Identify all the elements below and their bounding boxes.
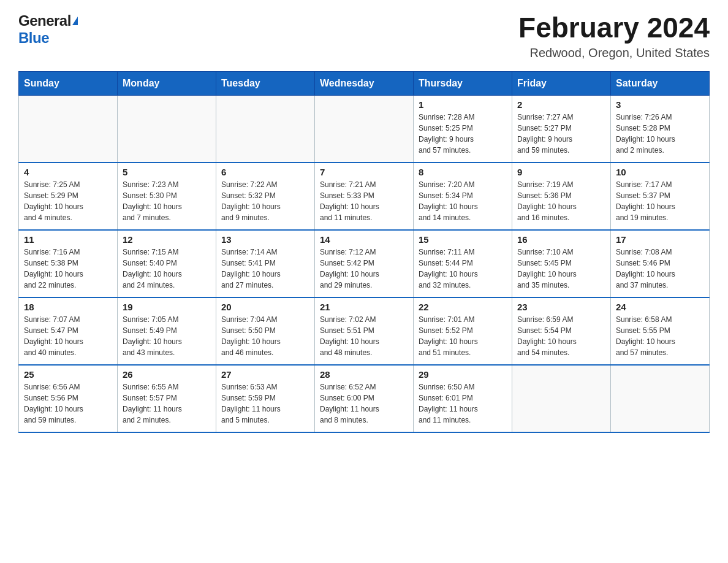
- day-info: Sunrise: 7:04 AMSunset: 5:50 PMDaylight:…: [221, 314, 309, 358]
- day-info: Sunrise: 7:25 AMSunset: 5:29 PMDaylight:…: [24, 179, 112, 223]
- calendar-cell: 17Sunrise: 7:08 AMSunset: 5:46 PMDayligh…: [611, 230, 710, 297]
- day-info: Sunrise: 7:23 AMSunset: 5:30 PMDaylight:…: [123, 179, 211, 223]
- calendar-cell: 15Sunrise: 7:11 AMSunset: 5:44 PMDayligh…: [414, 230, 512, 297]
- title-block: February 2024 Redwood, Oregon, United St…: [518, 12, 710, 60]
- header-day-tuesday: Tuesday: [216, 71, 315, 95]
- logo: General Blue: [18, 12, 78, 47]
- calendar-cell: 24Sunrise: 6:58 AMSunset: 5:55 PMDayligh…: [611, 297, 710, 365]
- day-info: Sunrise: 7:11 AMSunset: 5:44 PMDaylight:…: [419, 247, 507, 291]
- day-number: 20: [221, 302, 309, 312]
- header-day-wednesday: Wednesday: [315, 71, 414, 95]
- calendar-cell: [19, 95, 118, 163]
- calendar-cell: [611, 365, 710, 432]
- day-info: Sunrise: 7:16 AMSunset: 5:38 PMDaylight:…: [24, 247, 112, 291]
- day-number: 28: [320, 369, 408, 380]
- calendar-table: SundayMondayTuesdayWednesdayThursdayFrid…: [18, 71, 710, 434]
- logo-triangle-icon: [72, 17, 78, 25]
- day-info: Sunrise: 7:26 AMSunset: 5:28 PMDaylight:…: [616, 112, 704, 156]
- calendar-cell: [512, 365, 611, 432]
- day-info: Sunrise: 7:22 AMSunset: 5:32 PMDaylight:…: [221, 179, 309, 223]
- day-info: Sunrise: 6:50 AMSunset: 6:01 PMDaylight:…: [419, 381, 507, 426]
- day-number: 26: [123, 369, 211, 380]
- calendar-cell: 28Sunrise: 6:52 AMSunset: 6:00 PMDayligh…: [315, 365, 414, 432]
- day-number: 17: [616, 234, 704, 245]
- calendar-cell: 13Sunrise: 7:14 AMSunset: 5:41 PMDayligh…: [216, 230, 315, 297]
- header-day-saturday: Saturday: [611, 71, 710, 95]
- day-number: 15: [419, 234, 507, 245]
- calendar-week-5: 25Sunrise: 6:56 AMSunset: 5:56 PMDayligh…: [19, 365, 710, 432]
- calendar-header-row: SundayMondayTuesdayWednesdayThursdayFrid…: [19, 71, 710, 95]
- calendar-week-3: 11Sunrise: 7:16 AMSunset: 5:38 PMDayligh…: [19, 230, 710, 297]
- day-number: 14: [320, 234, 408, 245]
- day-number: 2: [517, 99, 605, 110]
- day-number: 22: [419, 302, 507, 312]
- day-number: 13: [221, 234, 309, 245]
- day-number: 25: [24, 369, 112, 380]
- header-day-sunday: Sunday: [19, 71, 118, 95]
- calendar-cell: 19Sunrise: 7:05 AMSunset: 5:49 PMDayligh…: [118, 297, 216, 365]
- calendar-cell: [216, 95, 315, 163]
- day-info: Sunrise: 7:08 AMSunset: 5:46 PMDaylight:…: [616, 247, 704, 291]
- day-number: 7: [320, 167, 408, 177]
- calendar-cell: 5Sunrise: 7:23 AMSunset: 5:30 PMDaylight…: [118, 163, 216, 230]
- day-info: Sunrise: 6:52 AMSunset: 6:00 PMDaylight:…: [320, 381, 408, 426]
- day-info: Sunrise: 7:12 AMSunset: 5:42 PMDaylight:…: [320, 247, 408, 291]
- calendar-cell: 26Sunrise: 6:55 AMSunset: 5:57 PMDayligh…: [118, 365, 216, 432]
- calendar-cell: 23Sunrise: 6:59 AMSunset: 5:54 PMDayligh…: [512, 297, 611, 365]
- calendar-cell: 11Sunrise: 7:16 AMSunset: 5:38 PMDayligh…: [19, 230, 118, 297]
- calendar-cell: 18Sunrise: 7:07 AMSunset: 5:47 PMDayligh…: [19, 297, 118, 365]
- day-number: 24: [616, 302, 704, 312]
- day-info: Sunrise: 7:27 AMSunset: 5:27 PMDaylight:…: [517, 112, 605, 156]
- logo-general-text: General: [18, 12, 71, 29]
- calendar-cell: 10Sunrise: 7:17 AMSunset: 5:37 PMDayligh…: [611, 163, 710, 230]
- day-info: Sunrise: 6:55 AMSunset: 5:57 PMDaylight:…: [123, 381, 211, 426]
- header-day-thursday: Thursday: [414, 71, 512, 95]
- calendar-cell: 20Sunrise: 7:04 AMSunset: 5:50 PMDayligh…: [216, 297, 315, 365]
- day-info: Sunrise: 7:14 AMSunset: 5:41 PMDaylight:…: [221, 247, 309, 291]
- day-info: Sunrise: 7:07 AMSunset: 5:47 PMDaylight:…: [24, 314, 112, 358]
- header-day-friday: Friday: [512, 71, 611, 95]
- day-number: 1: [419, 99, 507, 110]
- calendar-cell: 9Sunrise: 7:19 AMSunset: 5:36 PMDaylight…: [512, 163, 611, 230]
- day-number: 18: [24, 302, 112, 312]
- day-number: 8: [419, 167, 507, 177]
- day-info: Sunrise: 6:53 AMSunset: 5:59 PMDaylight:…: [221, 381, 309, 426]
- day-number: 27: [221, 369, 309, 380]
- day-number: 4: [24, 167, 112, 177]
- calendar-cell: 1Sunrise: 7:28 AMSunset: 5:25 PMDaylight…: [414, 95, 512, 163]
- calendar-cell: 4Sunrise: 7:25 AMSunset: 5:29 PMDaylight…: [19, 163, 118, 230]
- day-info: Sunrise: 7:01 AMSunset: 5:52 PMDaylight:…: [419, 314, 507, 358]
- day-info: Sunrise: 7:20 AMSunset: 5:34 PMDaylight:…: [419, 179, 507, 223]
- calendar-week-1: 1Sunrise: 7:28 AMSunset: 5:25 PMDaylight…: [19, 95, 710, 163]
- calendar-cell: 3Sunrise: 7:26 AMSunset: 5:28 PMDaylight…: [611, 95, 710, 163]
- day-info: Sunrise: 7:19 AMSunset: 5:36 PMDaylight:…: [517, 179, 605, 223]
- calendar-cell: 6Sunrise: 7:22 AMSunset: 5:32 PMDaylight…: [216, 163, 315, 230]
- day-info: Sunrise: 7:02 AMSunset: 5:51 PMDaylight:…: [320, 314, 408, 358]
- day-info: Sunrise: 6:58 AMSunset: 5:55 PMDaylight:…: [616, 314, 704, 358]
- day-info: Sunrise: 6:56 AMSunset: 5:56 PMDaylight:…: [24, 381, 112, 426]
- calendar-week-2: 4Sunrise: 7:25 AMSunset: 5:29 PMDaylight…: [19, 163, 710, 230]
- calendar-cell: 27Sunrise: 6:53 AMSunset: 5:59 PMDayligh…: [216, 365, 315, 432]
- day-number: 3: [616, 99, 704, 110]
- day-number: 29: [419, 369, 507, 380]
- day-number: 12: [123, 234, 211, 245]
- day-info: Sunrise: 7:10 AMSunset: 5:45 PMDaylight:…: [517, 247, 605, 291]
- day-info: Sunrise: 7:28 AMSunset: 5:25 PMDaylight:…: [419, 112, 507, 156]
- logo-blue-text: Blue: [18, 29, 49, 47]
- day-info: Sunrise: 6:59 AMSunset: 5:54 PMDaylight:…: [517, 314, 605, 358]
- calendar-cell: 29Sunrise: 6:50 AMSunset: 6:01 PMDayligh…: [414, 365, 512, 432]
- day-number: 6: [221, 167, 309, 177]
- calendar-cell: 14Sunrise: 7:12 AMSunset: 5:42 PMDayligh…: [315, 230, 414, 297]
- calendar-cell: 22Sunrise: 7:01 AMSunset: 5:52 PMDayligh…: [414, 297, 512, 365]
- calendar-cell: 21Sunrise: 7:02 AMSunset: 5:51 PMDayligh…: [315, 297, 414, 365]
- calendar-cell: 7Sunrise: 7:21 AMSunset: 5:33 PMDaylight…: [315, 163, 414, 230]
- day-info: Sunrise: 7:17 AMSunset: 5:37 PMDaylight:…: [616, 179, 704, 223]
- day-number: 9: [517, 167, 605, 177]
- calendar-cell: [118, 95, 216, 163]
- calendar-cell: 12Sunrise: 7:15 AMSunset: 5:40 PMDayligh…: [118, 230, 216, 297]
- location-label: Redwood, Oregon, United States: [518, 46, 710, 60]
- day-number: 19: [123, 302, 211, 312]
- day-number: 23: [517, 302, 605, 312]
- day-number: 11: [24, 234, 112, 245]
- calendar-week-4: 18Sunrise: 7:07 AMSunset: 5:47 PMDayligh…: [19, 297, 710, 365]
